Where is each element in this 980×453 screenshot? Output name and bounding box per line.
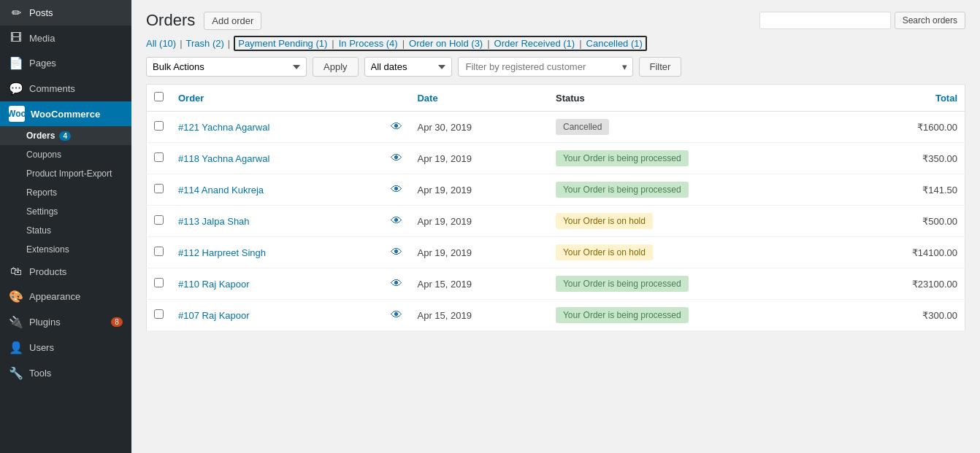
order-link[interactable]: #121 Yachna Agarwal — [178, 122, 269, 133]
row-checkbox[interactable] — [154, 184, 164, 193]
row-checkbox[interactable] — [154, 152, 164, 162]
th-total[interactable]: Total — [844, 85, 965, 112]
sidebar-item-comments[interactable]: 💬 Comments — [0, 76, 131, 101]
filter-tab-order-received[interactable]: Order Received (1) — [494, 38, 575, 49]
row-total-cell: ₹141.50 — [844, 174, 965, 206]
header-left: Orders Add order — [146, 11, 261, 30]
row-checkbox[interactable] — [154, 215, 164, 225]
sidebar-item-orders[interactable]: Orders 4 — [0, 126, 131, 145]
th-date[interactable]: Date — [410, 85, 548, 112]
row-date: Apr 19, 2019 — [417, 185, 471, 195]
row-checkbox[interactable] — [154, 278, 164, 287]
table-row: #112 Harpreet Singh 👁 Apr 19, 2019 Your … — [147, 237, 965, 268]
bulk-actions-select[interactable]: Bulk Actions Mark processing Mark on-hol… — [146, 57, 307, 77]
settings-label: Settings — [26, 206, 58, 217]
sidebar-item-posts[interactable]: ✏ Posts — [0, 0, 131, 26]
search-orders-button[interactable]: Search orders — [895, 12, 965, 29]
filter-tabs: All (10) | Trash (2) | Payment Pending (… — [146, 36, 965, 51]
row-checkbox[interactable] — [154, 121, 164, 131]
sidebar-item-users[interactable]: 👤 Users — [0, 335, 131, 360]
sidebar-item-status[interactable]: Status — [0, 221, 131, 240]
order-link[interactable]: #110 Raj Kapoor — [178, 279, 250, 290]
sidebar-item-tools[interactable]: 🔧 Tools — [0, 360, 131, 386]
sidebar-item-appearance[interactable]: 🎨 Appearance — [0, 284, 131, 309]
row-total: ₹14100.00 — [912, 247, 957, 258]
view-order-icon[interactable]: 👁 — [391, 120, 402, 133]
row-date-cell: Apr 15, 2019 — [410, 300, 548, 331]
date-filter-select[interactable]: All dates January 2019 February 2019 Mar… — [364, 57, 452, 77]
row-checkbox[interactable] — [154, 247, 164, 256]
sidebar-item-products[interactable]: 🛍 Products — [0, 259, 131, 284]
orders-sub-label: Orders — [26, 131, 55, 141]
sidebar-item-media[interactable]: 🎞 Media — [0, 26, 131, 50]
view-order-icon[interactable]: 👁 — [391, 277, 402, 290]
row-total-cell: ₹1600.00 — [844, 112, 965, 143]
users-label: Users — [29, 342, 123, 353]
row-checkbox[interactable] — [154, 309, 164, 319]
sidebar-item-pages[interactable]: 📄 Pages — [0, 50, 131, 76]
table-row: #113 Jalpa Shah 👁 Apr 19, 2019 Your Orde… — [147, 206, 965, 237]
row-order-cell: #121 Yachna Agarwal — [171, 112, 383, 143]
order-link[interactable]: #112 Harpreet Singh — [178, 247, 266, 258]
woocommerce-section[interactable]: Woo WooCommerce — [0, 101, 131, 126]
order-link[interactable]: #113 Jalpa Shah — [178, 216, 250, 227]
coupons-label: Coupons — [26, 150, 61, 160]
row-checkbox-cell — [147, 174, 172, 206]
appearance-label: Appearance — [29, 291, 123, 302]
filter-tab-trash[interactable]: Trash (2) — [186, 38, 224, 49]
order-link[interactable]: #107 Raj Kapoor — [178, 310, 250, 321]
row-total-cell: ₹500.00 — [844, 206, 965, 237]
filter-button[interactable]: Filter — [639, 57, 682, 77]
media-icon: 🎞 — [9, 31, 23, 44]
filter-tab-in-process[interactable]: In Process (4) — [339, 38, 398, 49]
th-order[interactable]: Order — [171, 85, 383, 112]
customer-filter-input[interactable] — [458, 57, 633, 77]
order-link[interactable]: #118 Yachna Agarwal — [178, 153, 269, 164]
sidebar-item-settings[interactable]: Settings — [0, 202, 131, 221]
search-input[interactable] — [759, 12, 891, 29]
view-order-icon[interactable]: 👁 — [391, 309, 402, 321]
sidebar-label-pages: Pages — [29, 58, 123, 69]
sidebar-item-product-import-export[interactable]: Product Import-Export — [0, 164, 131, 183]
row-order-cell: #114 Anand Kukreja — [171, 174, 383, 206]
page-header-row: Orders Add order Search orders — [146, 11, 965, 30]
order-link[interactable]: #114 Anand Kukreja — [178, 185, 264, 195]
table-header-row: Order Date Status Total — [147, 85, 965, 112]
row-date-cell: Apr 15, 2019 — [410, 268, 548, 300]
row-total-cell: ₹300.00 — [844, 300, 965, 331]
add-order-button[interactable]: Add order — [204, 12, 261, 30]
row-checkbox-cell — [147, 237, 172, 268]
row-date-cell: Apr 19, 2019 — [410, 143, 548, 174]
row-date-cell: Apr 19, 2019 — [410, 237, 548, 268]
sidebar-item-plugins[interactable]: 🔌 Plugins 8 — [0, 309, 131, 335]
woo-icon: Woo — [9, 106, 25, 122]
row-total-cell: ₹14100.00 — [844, 237, 965, 268]
select-all-checkbox[interactable] — [154, 92, 164, 101]
view-order-icon[interactable]: 👁 — [391, 183, 402, 195]
sidebar-label-media: Media — [29, 33, 123, 44]
extensions-label: Extensions — [26, 244, 69, 255]
status-badge: Cancelled — [556, 119, 609, 135]
posts-icon: ✏ — [9, 6, 23, 20]
plugins-label: Plugins — [29, 317, 105, 328]
sidebar-item-coupons[interactable]: Coupons — [0, 145, 131, 164]
row-checkbox-cell — [147, 268, 172, 300]
view-order-icon[interactable]: 👁 — [391, 152, 402, 164]
apply-button[interactable]: Apply — [313, 57, 359, 77]
view-order-icon[interactable]: 👁 — [391, 214, 402, 227]
th-status: Status — [548, 85, 844, 112]
row-view-cell: 👁 — [383, 143, 410, 174]
sidebar-item-extensions[interactable]: Extensions — [0, 240, 131, 259]
table-row: #107 Raj Kapoor 👁 Apr 15, 2019 Your Orde… — [147, 300, 965, 331]
tools-icon: 🔧 — [9, 366, 23, 380]
row-date: Apr 30, 2019 — [417, 122, 471, 133]
appearance-icon: 🎨 — [9, 290, 23, 303]
view-order-icon[interactable]: 👁 — [391, 246, 402, 258]
filter-tab-all[interactable]: All (10) — [146, 38, 176, 49]
sidebar-item-reports[interactable]: Reports — [0, 183, 131, 202]
filter-tab-payment-pending[interactable]: Payment Pending (1) — [238, 38, 327, 49]
filter-tab-order-on-hold[interactable]: Order on Hold (3) — [409, 38, 483, 49]
row-date-cell: Apr 19, 2019 — [410, 174, 548, 206]
row-status-cell: Your Order is being processed — [548, 300, 844, 331]
filter-tab-cancelled[interactable]: Cancelled (1) — [586, 38, 643, 49]
